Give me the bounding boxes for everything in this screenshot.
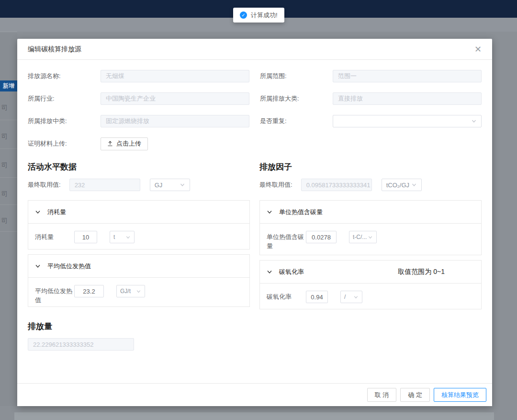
chevron-down-icon (267, 269, 272, 275)
oxidation-rate-card: 碳氧化率 取值范围为 0~1 碳氧化率 0.94 / (259, 260, 482, 309)
dimmed-row-divider (0, 120, 17, 120)
activity-final-input: 232 (69, 179, 140, 191)
activity-data-section: 活动水平数据 最终取用值: 232 GJ 消耗量 (28, 161, 250, 314)
carbon-content-collapse-header[interactable]: 单位热值含碳量 (260, 201, 481, 224)
activity-final-row: 最终取用值: 232 GJ (28, 179, 250, 191)
card-body: 碳氧化率 0.94 / (260, 284, 481, 309)
heating-value-collapse-header[interactable]: 平均低位发热值 (28, 255, 249, 278)
chevron-down-icon (180, 182, 185, 188)
chevron-down-icon (471, 118, 477, 124)
cancel-button[interactable]: 取 消 (367, 388, 397, 402)
section-title-factor: 排放因子 (259, 161, 482, 172)
carbon-content-input[interactable]: 0.0278 (306, 231, 337, 243)
row-label: 碳氧化率 (267, 291, 306, 302)
chevron-down-icon (35, 263, 41, 269)
dimmed-row-divider (0, 231, 17, 232)
dimmed-row-divider (0, 148, 17, 149)
field-scope: 所属范围: 范围一 (260, 70, 482, 82)
chevron-down-icon (411, 182, 417, 188)
select-value: t-C/... (353, 234, 367, 240)
card-body: 平均低位发热值 23.2 GJ/t (28, 278, 249, 306)
check-circle-icon: ✓ (240, 11, 247, 19)
select-value: tCO₂/GJ (386, 182, 409, 189)
row-label: 平均低位发热值 (35, 285, 74, 305)
field-emission-mid-category: 所属排放中类: 固定源燃烧排放 (28, 115, 249, 127)
consumption-collapse-header[interactable]: 消耗量 (28, 201, 249, 224)
upload-icon (107, 141, 113, 147)
select-value: / (344, 294, 346, 300)
heating-value-unit-select[interactable]: GJ/t (116, 285, 145, 297)
table-row-fragment: 司 (1, 132, 16, 141)
card-title: 消耗量 (47, 208, 66, 216)
empty-cell (260, 137, 482, 150)
select-value: GJ (155, 182, 163, 189)
dimmed-page-bottom (14, 412, 494, 420)
dialog-body: 排放源名称: 无烟煤 所属范围: 范围一 所属行业: 中国陶瓷生产企业 所属排放… (17, 60, 492, 351)
source-name-input: 无烟煤 (101, 70, 249, 82)
field-emission-major-category: 所属排放大类: 直接排放 (260, 92, 482, 105)
upload-button-label: 点击上传 (116, 139, 141, 148)
major-category-input: 直接排放 (333, 92, 482, 105)
field-label: 所属行业: (28, 94, 101, 103)
toast-message: 计算成功! (251, 11, 278, 20)
field-label: 是否重复: (260, 117, 333, 125)
data-sections: 活动水平数据 最终取用值: 232 GJ 消耗量 (28, 161, 482, 314)
confirm-button[interactable]: 确 定 (400, 388, 430, 402)
is-duplicate-select[interactable] (333, 115, 482, 127)
field-label: 排放源名称: (28, 72, 101, 80)
factor-final-row: 最终取用值: 0.09581733333333341 tCO₂/GJ (259, 179, 482, 191)
add-button-fragment: 新增 (0, 80, 17, 91)
field-proof-upload: 证明材料上传: 点击上传 (28, 137, 249, 150)
dimmed-row-divider (0, 177, 17, 178)
upload-button[interactable]: 点击上传 (101, 137, 148, 150)
consumption-input[interactable]: 10 (74, 231, 97, 243)
emission-factor-section: 排放因子 最终取用值: 0.09581733333333341 tCO₂/GJ … (259, 161, 482, 314)
card-title: 碳氧化率 (279, 268, 304, 276)
heating-value-input[interactable]: 23.2 (74, 285, 104, 297)
section-title-activity: 活动水平数据 (28, 161, 250, 172)
oxidation-rate-unit-select[interactable]: / (340, 291, 362, 303)
result-preview-button[interactable]: 核算结果预览 (434, 388, 486, 402)
card-body: 消耗量 10 t (28, 224, 249, 249)
field-label: 所属排放大类: (260, 94, 333, 103)
dialog-footer: 取 消 确 定 核算结果预览 (17, 383, 492, 406)
field-is-duplicate: 是否重复: (260, 115, 482, 127)
factor-final-input: 0.09581733333333341 (301, 179, 372, 191)
oxidation-rate-collapse-header[interactable]: 碳氧化率 取值范围为 0~1 (260, 261, 481, 284)
oxidation-rate-row: 碳氧化率 0.94 / (267, 291, 474, 303)
dialog-header: 编辑碳核算排放源 ✕ (17, 39, 492, 60)
factor-unit-select[interactable]: tCO₂/GJ (382, 179, 422, 191)
oxidation-rate-input[interactable]: 0.94 (306, 291, 328, 303)
consumption-row: 消耗量 10 t (35, 231, 243, 243)
carbon-content-card: 单位热值含碳量 单位热值含碳量 0.0278 t-C/... (259, 200, 482, 255)
consumption-unit-select[interactable]: t (110, 231, 135, 243)
section-title-emission: 排放量 (28, 321, 482, 332)
basic-info-form: 排放源名称: 无烟煤 所属范围: 范围一 所属行业: 中国陶瓷生产企业 所属排放… (28, 70, 482, 150)
chevron-down-icon (353, 295, 359, 300)
close-icon[interactable]: ✕ (474, 45, 482, 54)
chevron-down-icon (125, 235, 131, 240)
carbon-content-row: 单位热值含碳量 0.0278 t-C/... (267, 231, 474, 251)
success-toast: ✓ 计算成功! (233, 8, 284, 23)
dimmed-divider (0, 32, 17, 32)
row-label: 消耗量 (35, 231, 74, 242)
emission-result-input: 22.229621333333352 (28, 338, 134, 351)
field-industry: 所属行业: 中国陶瓷生产企业 (28, 92, 249, 105)
chevron-down-icon (267, 209, 272, 215)
final-value-label: 最终取用值: (259, 181, 292, 189)
heating-value-row: 平均低位发热值 23.2 GJ/t (35, 285, 243, 305)
field-source-name: 排放源名称: 无烟煤 (28, 70, 249, 82)
scope-input: 范围一 (333, 70, 482, 82)
final-value-label: 最终取用值: (28, 181, 61, 189)
consumption-card: 消耗量 消耗量 10 t (28, 200, 250, 250)
chevron-down-icon (368, 235, 373, 240)
table-row-fragment: 司 (1, 161, 16, 170)
carbon-content-unit-select[interactable]: t-C/... (349, 231, 377, 243)
field-label: 所属范围: (260, 72, 333, 80)
mid-category-input: 固定源燃烧排放 (101, 115, 249, 127)
card-title: 平均低位发热值 (47, 262, 91, 271)
activity-unit-select[interactable]: GJ (150, 179, 190, 191)
chevron-down-icon (35, 209, 41, 215)
chevron-down-icon (136, 289, 141, 294)
table-row-fragment: 司 (1, 190, 16, 198)
